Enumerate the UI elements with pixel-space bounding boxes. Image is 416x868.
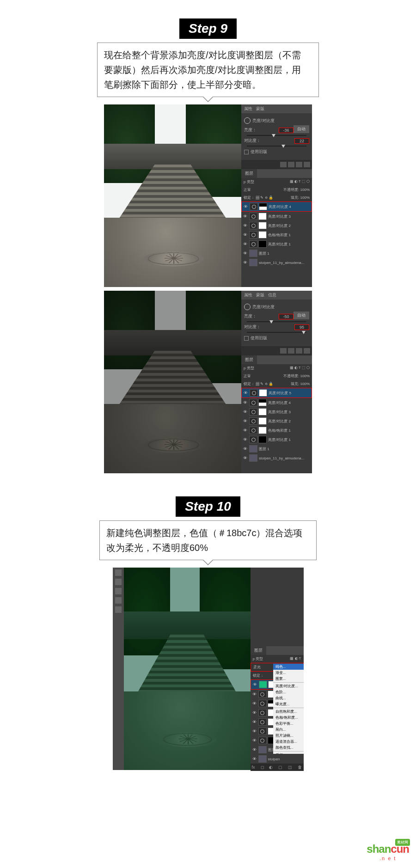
layer-item[interactable]: 👁亮度/对比度 3 <box>241 407 312 416</box>
layer-item[interactable]: 👁stolpen_11_by_almudena... <box>241 258 312 267</box>
visibility-icon[interactable]: 👁 <box>252 757 257 761</box>
visibility-icon[interactable]: 👁 <box>252 729 257 734</box>
dropdown-item[interactable]: 曝光度... <box>273 701 304 707</box>
visibility-icon[interactable]: 👁 <box>243 232 248 237</box>
dropdown-item[interactable]: 自然饱和度... <box>273 709 304 715</box>
dropdown-item[interactable]: 色彩平衡... <box>273 721 304 727</box>
contrast-slider[interactable]: 对比度： 22 <box>244 136 309 146</box>
trash-icon[interactable]: 🗑 <box>298 765 302 770</box>
visibility-icon[interactable]: 👁 <box>243 400 248 405</box>
visibility-icon[interactable]: 👁 <box>243 223 248 228</box>
visibility-icon[interactable]: 👁 <box>243 242 248 246</box>
contrast-slider[interactable]: 对比度： 95 <box>244 322 309 332</box>
dropdown-item[interactable]: 照片滤镜... <box>273 733 304 739</box>
brightness-value[interactable]: -36 <box>279 128 294 133</box>
blend-mode[interactable]: 正常 <box>244 373 251 379</box>
layer-item[interactable]: 👁亮度/对比度 4 <box>241 398 312 407</box>
clip-icon[interactable] <box>280 162 287 167</box>
layer-item[interactable]: 👁亮度/对比度 3 <box>241 212 312 221</box>
trash-icon[interactable] <box>304 348 310 354</box>
layer-item[interactable]: 👁亮度/对比度 1 <box>241 239 312 249</box>
brightness-slider[interactable]: 亮度： -50 <box>244 312 294 321</box>
visibility-icon[interactable]: 👁 <box>244 391 248 395</box>
panel-icon[interactable] <box>115 579 122 585</box>
dropdown-item[interactable]: 图案... <box>273 676 304 682</box>
trash-icon[interactable] <box>304 162 310 167</box>
dropdown-item[interactable]: 色相/饱和度... <box>273 715 304 721</box>
panel-icon[interactable] <box>115 597 122 604</box>
layer-item[interactable]: 👁stolpen <box>251 754 304 764</box>
tab-properties[interactable]: 属性 <box>244 292 252 298</box>
mask-icon[interactable]: ◻ <box>261 765 264 770</box>
visibility-icon[interactable]: 👁 <box>243 214 248 219</box>
dropdown-item[interactable]: 色阶... <box>273 689 304 695</box>
layer-item[interactable]: 👁图层 1 <box>241 249 312 258</box>
visibility-icon[interactable]: 👁 <box>243 446 248 451</box>
kind-filter[interactable]: p 类型 <box>244 179 254 184</box>
layer-item[interactable]: 👁亮度/对比度 1 <box>241 435 312 444</box>
dropdown-item[interactable]: 反相 <box>273 752 304 754</box>
layer-item[interactable]: 👁图层 1 <box>241 444 312 453</box>
adjustment-icon[interactable]: ◐ <box>269 765 273 770</box>
visibility-icon[interactable]: 👁 <box>252 692 257 697</box>
tab-mask[interactable]: 蒙版 <box>256 106 264 112</box>
dropdown-item[interactable]: 通道混合器... <box>273 739 304 745</box>
adjustment-dropdown[interactable]: 纯色...渐变...图案...亮度/对比度...色阶...曲线...曝光度...… <box>273 664 304 754</box>
contrast-value[interactable]: 22 <box>294 138 309 144</box>
visibility-icon[interactable]: 👁 <box>244 204 248 209</box>
brightness-value[interactable]: -50 <box>279 314 294 319</box>
fill-value[interactable]: 100% <box>300 196 310 200</box>
visibility-icon[interactable]: 👁 <box>243 419 248 423</box>
tab-properties[interactable]: 属性 <box>244 106 252 112</box>
visibility-icon[interactable]: 👁 <box>252 747 257 752</box>
visibility-icon[interactable]: 👁 <box>252 720 257 724</box>
tab-layers[interactable]: 图层 <box>241 169 257 178</box>
layer-item[interactable]: 👁色相/饱和度 1 <box>241 230 312 239</box>
dropdown-item[interactable]: 曲线... <box>273 695 304 701</box>
opacity-value[interactable]: 100% <box>300 188 310 192</box>
layer-item[interactable]: 👁亮度/对比度 5 <box>241 388 312 398</box>
dropdown-item[interactable]: 黑白... <box>273 727 304 733</box>
blend-mode[interactable]: 正常 <box>244 187 251 192</box>
layer-item[interactable]: 👁亮度/对比度 2 <box>241 221 312 230</box>
layer-item[interactable]: 👁色相/饱和度 1 <box>241 426 312 435</box>
panel-icon[interactable] <box>115 569 122 576</box>
visibility-icon[interactable]: 👁 <box>243 410 248 414</box>
visibility-icon[interactable]: 👁 <box>253 682 257 687</box>
kind-filter[interactable]: p 类型 <box>253 656 263 661</box>
brightness-slider[interactable]: 亮度： -36 <box>244 125 294 135</box>
contrast-value[interactable]: 95 <box>294 324 309 330</box>
auto-button[interactable]: 自动 <box>294 125 309 133</box>
legacy-checkbox[interactable] <box>244 150 249 154</box>
layer-item[interactable]: 👁stolpen_11_by_almudena... <box>241 453 312 463</box>
panel-icon[interactable] <box>115 606 122 613</box>
blend-mode[interactable]: 柔光 <box>253 665 261 670</box>
visibility-icon[interactable]: 👁 <box>252 738 257 743</box>
visibility-icon[interactable]: 👁 <box>252 710 257 715</box>
visibility-icon[interactable]: 👁 <box>252 701 257 706</box>
reset-icon[interactable] <box>296 162 302 167</box>
opacity-value[interactable]: 100% <box>300 374 310 378</box>
tab-info[interactable]: 信息 <box>268 292 276 298</box>
visibility-icon[interactable]: 👁 <box>243 428 248 433</box>
clip-icon[interactable] <box>280 348 287 354</box>
fx-icon[interactable]: fx <box>252 765 255 770</box>
tab-mask[interactable]: 蒙版 <box>256 292 264 298</box>
visibility-icon[interactable]: 👁 <box>243 456 248 460</box>
panel-icon[interactable] <box>115 588 122 594</box>
auto-button[interactable]: 自动 <box>294 312 309 319</box>
eye-icon[interactable] <box>288 162 294 167</box>
visibility-icon[interactable]: 👁 <box>243 251 248 256</box>
dropdown-item[interactable]: 颜色查找... <box>273 745 304 751</box>
dropdown-item[interactable]: 渐变... <box>273 670 304 676</box>
visibility-icon[interactable]: 👁 <box>243 437 248 442</box>
visibility-icon[interactable]: 👁 <box>243 260 248 265</box>
layer-item[interactable]: 👁亮度/对比度 4 <box>241 202 312 212</box>
legacy-checkbox[interactable] <box>244 336 249 341</box>
fill-value[interactable]: 100% <box>300 382 310 386</box>
eye-icon[interactable] <box>288 348 294 354</box>
dropdown-item[interactable]: 纯色... <box>273 664 304 670</box>
new-layer-icon[interactable]: ◫ <box>288 765 292 770</box>
kind-filter[interactable]: p 类型 <box>244 366 254 371</box>
tab-layers[interactable]: 图层 <box>241 355 257 364</box>
